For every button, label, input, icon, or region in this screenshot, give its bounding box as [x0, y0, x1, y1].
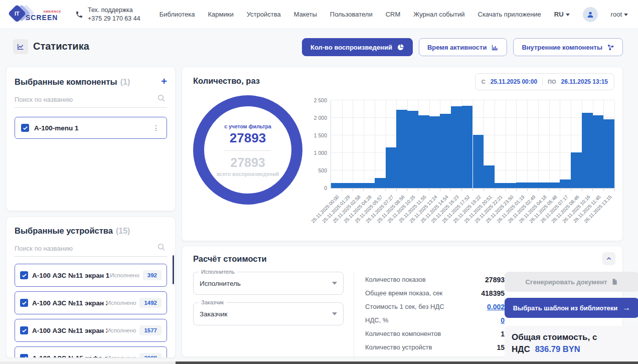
device-name: А-100 АЗС №11 экран 1 [32, 272, 109, 279]
nav-item-download-app[interactable]: Скачать приложение [478, 11, 541, 18]
nav-item-layouts[interactable]: Макеты [294, 11, 317, 18]
internal-components-button[interactable]: Внутренние компоненты [513, 38, 623, 56]
app-logo[interactable]: IT SCREEN AMBIENCE [9, 4, 63, 25]
nav-item-event-log[interactable]: Журнал событий [413, 11, 464, 18]
y-axis-label: 1 000 [300, 150, 327, 156]
component-checkbox[interactable] [21, 124, 29, 132]
device-list-item[interactable]: А-100 АЗС №11 экран 3 Исполнено1577 [15, 319, 167, 342]
choose-template-button[interactable]: Выбрать шаблон из библиотеки → [505, 298, 638, 318]
device-checkbox[interactable] [20, 354, 28, 358]
device-name: А-100 АЗС №15 кофе-зона [32, 354, 107, 358]
devices-panel-title: Выбранные устройства [15, 226, 113, 236]
x-axis-tick [450, 189, 451, 191]
bar[interactable] [473, 135, 484, 188]
bar[interactable] [386, 147, 397, 188]
device-checkbox[interactable] [20, 299, 28, 307]
device-checkbox[interactable] [20, 271, 28, 279]
generate-document-button[interactable]: Сгенерировать документ [505, 272, 638, 292]
support-phone[interactable]: +375 29 170 63 44 [88, 15, 140, 23]
bar[interactable] [418, 115, 429, 188]
customer-select[interactable]: Заказчик Заказчик [193, 302, 344, 325]
x-axis-tick [495, 189, 495, 191]
search-icon[interactable] [157, 243, 166, 252]
bar[interactable] [451, 106, 462, 188]
price-per-second-link[interactable]: 0.002 [487, 303, 505, 311]
nav-item-devices[interactable]: Устройства [247, 11, 281, 18]
bar[interactable] [396, 110, 407, 188]
device-name: А-100 АЗС №11 экран 2 [32, 299, 107, 307]
nav-item-users[interactable]: Пользователи [330, 11, 373, 18]
bar[interactable] [603, 119, 614, 188]
playback-chart-panel: Количество, раз С 25.11.2025 00:00 ПО 26… [182, 67, 623, 241]
devices-search-input[interactable] [15, 245, 167, 252]
bar[interactable] [429, 116, 440, 189]
person-icon [586, 11, 594, 19]
bar[interactable] [462, 106, 473, 189]
bar[interactable] [353, 183, 364, 189]
nav-item-crm[interactable]: CRM [386, 11, 401, 18]
x-axis-tick [592, 189, 593, 191]
nav-item-karmiki[interactable]: Кармики [208, 11, 233, 18]
bar[interactable] [560, 179, 571, 189]
user-avatar[interactable] [583, 7, 598, 22]
playback-count-button[interactable]: Кол-во воспроизведений [302, 38, 413, 56]
bar[interactable] [484, 165, 495, 188]
executed-label: Исполнено [107, 327, 136, 333]
chevron-down-icon [566, 14, 570, 16]
bar[interactable] [364, 183, 375, 189]
collapse-panel-button[interactable] [602, 252, 615, 265]
bar[interactable] [593, 115, 604, 188]
executor-select[interactable]: Исполнитель Исполнитель [193, 272, 344, 295]
choose-template-label: Выбрать шаблон из библиотеки [513, 304, 618, 312]
bar[interactable] [495, 183, 506, 189]
bar[interactable] [375, 178, 386, 188]
gridline [364, 100, 364, 188]
search-icon[interactable] [157, 94, 166, 103]
device-list-item[interactable]: А-100 АЗС №15 кофе-зона Исполнено2088 [15, 346, 167, 358]
x-axis-tick [549, 189, 549, 191]
date-from-value[interactable]: 25.11.2025 00:00 [491, 78, 537, 85]
executor-select-value: Исполнитель [200, 280, 241, 287]
gridline [549, 100, 550, 188]
bar[interactable] [506, 183, 517, 189]
bar[interactable] [582, 113, 593, 189]
bar[interactable] [571, 152, 582, 188]
bar[interactable] [342, 183, 353, 189]
date-to-value[interactable]: 26.11.2025 13:15 [561, 78, 608, 85]
chart-title: Количество, раз [193, 76, 260, 86]
add-component-button[interactable]: + [161, 76, 167, 86]
horizontal-scrollbar-track[interactable] [0, 361, 638, 364]
bar[interactable] [516, 183, 527, 188]
device-list-item[interactable]: А-100 АЗС №11 экран 2 Исполнено1492 [15, 291, 167, 314]
components-search-input[interactable] [15, 96, 167, 103]
component-list-item[interactable]: A-100-menu 1 ⋮ [15, 117, 167, 139]
bar[interactable] [549, 183, 560, 188]
x-axis-tick [407, 189, 407, 191]
x-axis-tick [560, 189, 560, 191]
bar[interactable] [538, 183, 549, 188]
date-range-picker[interactable]: С 25.11.2025 00:00 ПО 26.11.2025 13:15 [475, 73, 614, 90]
x-axis-tick [342, 189, 342, 191]
bar[interactable] [527, 183, 538, 188]
page-title: Статистика [33, 41, 89, 52]
nav-item-library[interactable]: Библиотека [160, 11, 195, 18]
vat-link[interactable]: 0 [501, 316, 505, 324]
horizontal-scrollbar-thumb[interactable] [176, 361, 638, 364]
bar[interactable] [331, 183, 342, 189]
devices-search [15, 244, 167, 257]
total-playbacks-donut: с учетом фильтра 27893 27893 всего воспр… [193, 95, 302, 205]
executed-count-badge: 1492 [139, 298, 162, 308]
stat-row: Количество компонентов1 [365, 327, 505, 340]
user-menu[interactable]: root [611, 11, 628, 18]
bar[interactable] [440, 114, 451, 188]
device-checkbox[interactable] [20, 326, 28, 334]
bar-chart-icon [491, 44, 499, 51]
activity-time-button[interactable]: Время активности [419, 38, 508, 56]
stat-row: Количество показов27893 [365, 273, 505, 286]
language-selector[interactable]: RU [554, 11, 570, 18]
device-list-item[interactable]: А-100 АЗС №11 экран 1 Исполнено392 [15, 264, 167, 287]
device-list-scrollbar[interactable] [173, 255, 174, 284]
components-panel-title: Выбранные компоненты [15, 77, 117, 87]
kebab-menu-icon[interactable]: ⋮ [151, 124, 161, 132]
bar[interactable] [407, 111, 418, 188]
